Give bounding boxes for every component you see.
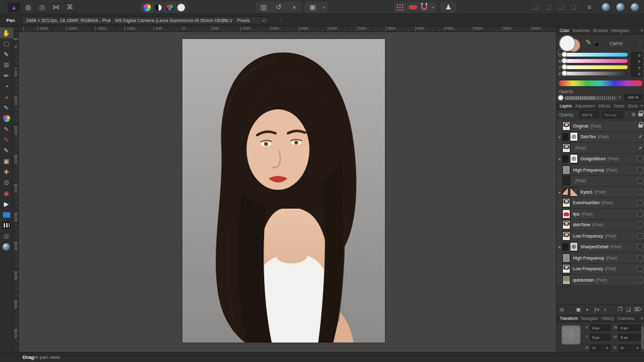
burn-tool[interactable]: ◕ [0,92,13,102]
visibility-checkbox[interactable] [637,189,643,195]
canvas-area[interactable] [19,32,556,352]
rotate-view-icon[interactable]: ↺ [273,0,284,14]
layers-tab-effects[interactable]: Effects [597,104,611,108]
transform-tab-transform[interactable]: Transform [558,316,579,321]
rgb-dots-icon[interactable] [166,4,174,11]
expand-arrow-icon[interactable]: ▸ [557,244,562,249]
layer-row[interactable]: lips(Pixel) [557,209,644,219]
mesh-warp-tool[interactable]: ▦ [0,231,13,241]
panel-menu-icon[interactable]: ≡ [640,104,643,108]
quick-mask-icon[interactable]: ▣ [307,0,318,14]
mask-layer-icon[interactable]: ▣ [576,307,581,312]
erase-brush-tool[interactable]: ✎ [0,145,13,156]
view-sphere-3-icon[interactable] [631,3,639,11]
portrait-photo[interactable] [182,39,385,343]
field-input[interactable]: 0 px [618,324,641,331]
visibility-checkbox[interactable] [637,178,643,184]
dodge-tool[interactable]: ◔ [0,81,13,92]
expand-arrow-icon[interactable]: ▸ [557,190,562,194]
slider-track[interactable] [564,72,628,75]
field-input[interactable]: 0°▾ [618,344,641,351]
black-white-icon[interactable] [155,4,162,11]
chevron-down-icon[interactable]: ▾ [323,5,325,9]
healing-brush-tool[interactable]: ✚ [0,167,13,177]
move-forward-icon[interactable]: ❏ [543,0,554,14]
view-sphere-2-icon[interactable] [616,3,625,11]
merge-icon[interactable]: Ι [604,307,606,312]
lock-icon[interactable] [638,124,643,128]
layer-row[interactable]: ▸Eyes1(Pixel) [557,187,644,197]
slider-track[interactable] [564,59,628,63]
slider-track[interactable] [564,53,628,57]
red-eye-tool[interactable]: ◉ [0,188,13,199]
layers-dots-icon[interactable]: ⋮ [624,112,629,118]
delete-layer-icon[interactable]: ⌦ [635,307,641,312]
layer-row[interactable]: High Frequency(Pixel) [557,253,644,263]
slider-value[interactable]: 0 [631,58,642,64]
view-sphere-1-icon[interactable] [602,3,610,11]
slider-knob[interactable] [562,52,567,57]
clone-stamp-tool[interactable]: ▣ [0,156,13,167]
columns-icon[interactable]: ▥ [258,0,269,14]
group-layers-icon[interactable]: ❐ [618,307,622,312]
color-tab-histogram[interactable]: Histogram [609,28,630,33]
panel-menu-icon[interactable]: ≡ [640,316,643,321]
slider-track[interactable] [564,65,628,69]
stepper-caret-icon[interactable]: ▾ [636,345,638,351]
white-balance-icon[interactable] [177,4,185,11]
layer-row[interactable]: ▸SharpenDetail(Pixel) [557,242,644,253]
context-menu-dots-icon[interactable]: ⋮ [279,14,284,26]
layer-row[interactable]: quickclean(Pixel) [557,275,644,285]
layer-row[interactable]: (Pixel) [557,176,644,187]
guides-pill-icon[interactable] [409,5,417,9]
pixel-brush-tool[interactable]: ✎ [0,124,13,134]
layer-row[interactable]: High Frequency(Pixel) [557,165,644,175]
field-input[interactable]: 0 px [590,324,611,331]
zoom-tool[interactable] [0,241,13,252]
slider-value[interactable]: 0 [631,71,642,77]
panel-menu-icon[interactable]: ≡ [640,28,643,33]
field-input[interactable]: 0 px [590,334,611,341]
slider-knob[interactable] [562,64,567,70]
pan-tool[interactable]: ✋ [0,28,13,38]
slider-knob[interactable] [562,70,567,76]
visibility-checkbox[interactable] [637,156,643,162]
insert-behaviour-icon[interactable]: ≡ [584,0,595,14]
expand-arrow-icon[interactable]: ▸ [557,134,562,139]
opacity-value-dropdown[interactable]: 100 % [624,94,642,101]
visibility-checkbox[interactable] [637,266,643,272]
layer-row[interactable]: Original(Pixel) [557,121,644,131]
foreground-tool[interactable]: ▶ [0,199,13,209]
slider-knob[interactable] [562,58,567,63]
field-input[interactable]: 0 px [618,334,641,341]
slider-value[interactable]: 0 [631,65,642,70]
layers-tab-stock[interactable]: Stock [626,104,639,108]
color-tab-swatches[interactable]: Swatches [571,28,591,33]
paint-brush-tool[interactable]: ✎ [0,102,13,113]
color-wheel-brush-tool[interactable] [0,113,13,124]
layer-row[interactable]: EvenHueSkin(Pixel) [557,198,644,209]
adjustment-layer-icon[interactable]: ◐ [586,307,589,312]
develop-icon[interactable]: ◎ [36,0,48,14]
vertical-ruler[interactable]: 0500100015002000250030003500400045005000 [13,32,19,352]
slider-value[interactable]: 0 [631,52,642,58]
layer-row[interactable]: skinTone(Pixel) [557,220,644,231]
chevron-down-icon[interactable]: ▾ [432,5,434,9]
transform-tab-channels[interactable]: Channels [616,316,635,321]
blend-mode-dropdown[interactable]: Normal [602,111,623,118]
color-mode-dropdown[interactable]: CMYK [609,41,623,47]
transform-tab-history[interactable]: History [600,316,615,321]
stroke-color-dot[interactable] [594,42,599,47]
visibility-checkbox[interactable] [637,200,643,206]
transform-tab-navigator[interactable]: Navigator [580,316,599,321]
layers-tab-adjustment[interactable]: Adjustment [574,104,596,108]
stepper-caret-icon[interactable]: ▾ [606,345,608,351]
anchor-selector[interactable] [562,326,580,344]
opacity-slider-track[interactable] [565,96,616,100]
check-icon[interactable]: ✓ [638,145,643,151]
panel-scrollbar[interactable] [641,326,643,349]
visibility-checkbox[interactable] [637,222,643,228]
selection-brush-tool[interactable]: ✏ [0,70,13,81]
opacity-slider-knob[interactable] [558,95,564,101]
color-tab-brushes[interactable]: Brushes [592,28,609,33]
